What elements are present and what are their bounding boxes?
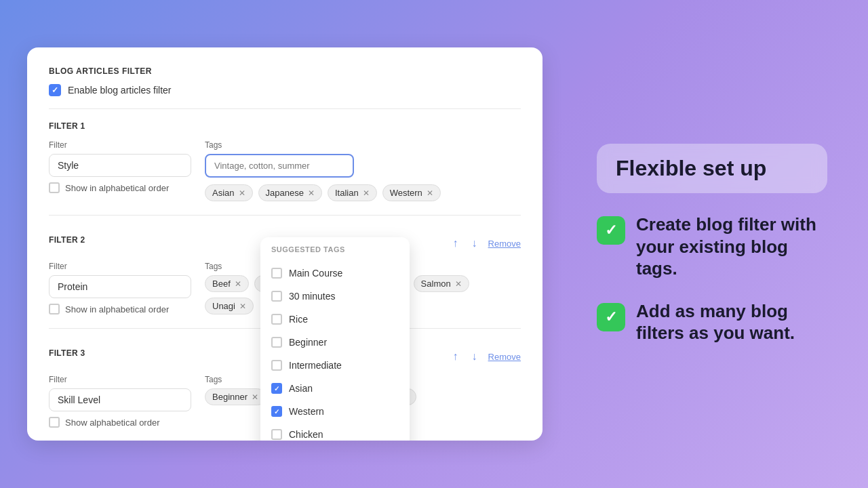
filter2-left: Filter Show in alphabetical order [49, 262, 191, 314]
dd-label-rice: Rice [289, 314, 308, 325]
tag-salmon: Salmon✕ [414, 275, 469, 292]
dropdown-list: Main Course 30 minutes Rice Beginner Int… [260, 259, 410, 441]
filter1-field-label: Filter [49, 140, 191, 150]
filter1-tags-area: Asian ✕ Japanese ✕ Italian ✕ Western [205, 184, 521, 201]
filter2-alpha-label: Show in alphabetical order [65, 304, 169, 314]
flexible-text: Flexible set up [616, 156, 766, 180]
dd-item-30min[interactable]: 30 minutes [260, 285, 410, 308]
tag-beef: Beef✕ [205, 275, 249, 292]
filter3-controls: ↑ ↓ Remove [450, 348, 521, 365]
tags-search-input[interactable] [205, 154, 354, 178]
dd-checkbox-beginner [271, 337, 282, 348]
dd-label-chicken: Chicken [289, 429, 323, 440]
dd-item-intermediate[interactable]: Intermediate [260, 354, 410, 377]
filter3-input[interactable] [49, 388, 191, 411]
filter1-alpha-checkbox[interactable] [49, 182, 60, 193]
filter3-remove-btn[interactable]: Remove [488, 352, 521, 362]
filter3-down-btn[interactable]: ↓ [469, 348, 480, 365]
green-check-icon-1 [597, 216, 625, 245]
tag-japanese: Japanese ✕ [258, 184, 322, 201]
dd-label-30min: 30 minutes [289, 291, 335, 302]
feature-item-1: Create blog filter with your existing bl… [597, 214, 827, 280]
feature-text-2: Add as many blog filters as you want. [636, 300, 827, 344]
filter3-field-label: Filter [49, 375, 191, 384]
dd-item-beginner[interactable]: Beginner [260, 331, 410, 354]
dd-checkbox-asian [271, 383, 282, 394]
dd-item-western[interactable]: Western [260, 400, 410, 423]
filter1-input[interactable] [49, 154, 191, 177]
dd-item-rice[interactable]: Rice [260, 308, 410, 331]
filter2-controls: ↑ ↓ Remove [450, 235, 521, 252]
tags-input-wrapper [205, 154, 354, 178]
filter-panel: BLOG ARTICLES FILTER Enable blog article… [27, 47, 542, 441]
divider-2 [49, 215, 521, 216]
filter1-tags-label: Tags [205, 140, 521, 150]
filter2-input[interactable] [49, 275, 191, 298]
dd-label-beginner-dd: Beginner [289, 337, 327, 348]
green-check-icon-2 [597, 303, 625, 331]
tag-beef-remove[interactable]: ✕ [235, 280, 241, 288]
tag-unagi: Unagi✕ [205, 298, 254, 314]
tag-asian: Asian ✕ [205, 184, 253, 201]
tag-western: Western ✕ [382, 184, 441, 201]
panel-title: BLOG ARTICLES FILTER [49, 66, 521, 76]
feature-item-2: Add as many blog filters as you want. [597, 300, 827, 344]
right-panel: Flexible set up Create blog filter with … [583, 130, 841, 358]
filter3-up-btn[interactable]: ↑ [450, 348, 461, 365]
enable-checkbox[interactable] [49, 84, 61, 96]
tag-italian: Italian ✕ [328, 184, 377, 201]
enable-row: Enable blog articles filter [49, 84, 521, 96]
tag-unagi-remove[interactable]: ✕ [239, 302, 246, 310]
dd-checkbox-main-course [271, 268, 282, 279]
filter3-alpha-row: Show alphabetical order [49, 417, 191, 428]
tag-japanese-remove[interactable]: ✕ [308, 189, 315, 197]
filter-section-1: FILTER 1 Filter Show in alphabetical ord… [49, 121, 521, 201]
tag-beginner-remove[interactable]: ✕ [252, 393, 258, 401]
flexible-badge: Flexible set up [597, 144, 827, 193]
filter2-alpha-row: Show in alphabetical order [49, 304, 191, 314]
filter1-right: Tags Asian ✕ Japanese ✕ [205, 140, 521, 201]
filter1-alpha-label: Show in alphabetical order [65, 183, 169, 193]
dd-label-intermediate: Intermediate [289, 360, 342, 371]
filter1-left: Filter Show in alphabetical order [49, 140, 191, 193]
filter1-label: FILTER 1 [49, 121, 521, 131]
dd-checkbox-intermediate [271, 360, 282, 371]
main-container: BLOG ARTICLES FILTER Enable blog article… [0, 0, 868, 488]
tag-italian-remove[interactable]: ✕ [363, 189, 370, 197]
suggested-tags-dropdown: SUGGESTED TAGS Main Course 30 minutes Ri… [260, 237, 410, 441]
enable-label: Enable blog articles filter [68, 85, 172, 96]
filter2-field-label: Filter [49, 262, 191, 271]
filter3-alpha-checkbox[interactable] [49, 417, 60, 428]
dd-label-asian: Asian [289, 383, 313, 394]
filter3-alpha-label: Show alphabetical order [65, 418, 159, 428]
filter2-alpha-checkbox[interactable] [49, 304, 60, 314]
tag-salmon-remove[interactable]: ✕ [455, 280, 462, 288]
filter3-label: FILTER 3 [49, 348, 85, 358]
filter3-left: Filter Show alphabetical order [49, 375, 191, 428]
dd-item-main-course[interactable]: Main Course [260, 262, 410, 285]
tag-asian-remove[interactable]: ✕ [239, 189, 245, 197]
dd-label-main-course: Main Course [289, 268, 342, 279]
filter2-label: FILTER 2 [49, 235, 85, 245]
dd-label-western: Western [289, 406, 324, 417]
filter2-remove-btn[interactable]: Remove [488, 239, 521, 249]
tag-western-remove[interactable]: ✕ [427, 189, 433, 197]
filter2-up-btn[interactable]: ↑ [450, 235, 461, 252]
divider-1 [49, 108, 521, 109]
feature-text-1: Create blog filter with your existing bl… [636, 214, 827, 280]
dd-checkbox-western [271, 406, 282, 417]
filter1-row: Filter Show in alphabetical order Tags A [49, 140, 521, 201]
tag-beginner: Beginner✕ [205, 388, 266, 405]
dd-checkbox-30min [271, 291, 282, 302]
dd-checkbox-rice [271, 314, 282, 325]
dd-item-chicken[interactable]: Chicken [260, 423, 410, 441]
filter2-down-btn[interactable]: ↓ [469, 235, 480, 252]
dropdown-header: SUGGESTED TAGS [260, 237, 410, 259]
filter1-alpha-row: Show in alphabetical order [49, 182, 191, 193]
dd-item-asian[interactable]: Asian [260, 377, 410, 400]
dd-checkbox-chicken [271, 429, 282, 440]
